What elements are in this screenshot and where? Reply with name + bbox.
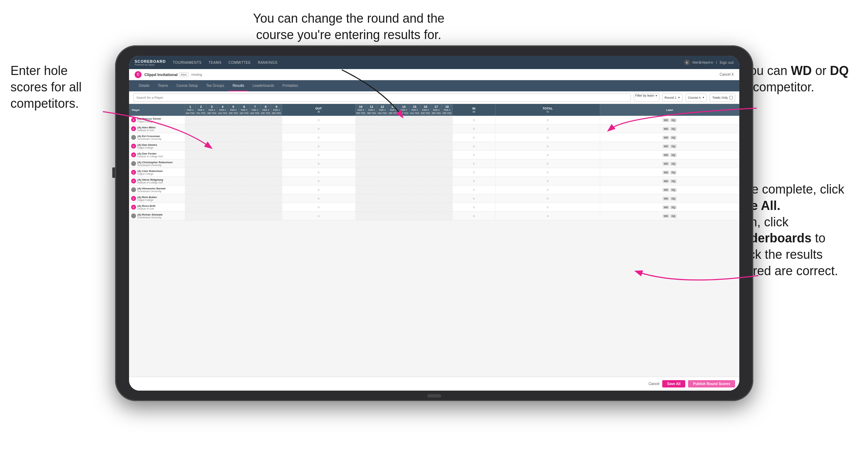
score-hole-8[interactable] [260, 142, 271, 151]
score-hole-4[interactable] [217, 203, 228, 212]
score-hole-5[interactable] [228, 125, 239, 133]
score-hole-4[interactable] [217, 212, 228, 220]
score-hole-13[interactable] [388, 177, 399, 186]
score-hole-12[interactable] [377, 186, 388, 194]
score-hole-9[interactable] [271, 194, 282, 203]
score-hole-3[interactable] [206, 203, 217, 212]
score-hole-13[interactable] [388, 142, 399, 151]
score-hole-13[interactable] [388, 194, 399, 203]
wd-button[interactable]: WD [663, 179, 670, 183]
score-hole-15[interactable] [409, 168, 420, 177]
score-hole-4[interactable] [217, 151, 228, 159]
score-hole-4[interactable] [217, 142, 228, 151]
score-hole-1[interactable] [185, 151, 196, 159]
score-hole-3[interactable] [206, 194, 217, 203]
score-hole-7[interactable] [249, 168, 260, 177]
score-hole-7[interactable] [249, 125, 260, 133]
score-hole-6[interactable] [239, 116, 250, 125]
wd-button[interactable]: WD [663, 153, 670, 157]
score-hole-5[interactable] [228, 151, 239, 159]
score-hole-6[interactable] [239, 133, 250, 142]
score-hole-15[interactable] [409, 177, 420, 186]
score-hole-7[interactable] [249, 133, 260, 142]
dq-button[interactable]: DQ [670, 197, 677, 201]
score-hole-5[interactable] [228, 203, 239, 212]
nav-rankings[interactable]: RANKINGS [258, 61, 277, 65]
score-hole-16[interactable] [420, 194, 431, 203]
score-hole-3[interactable] [206, 133, 217, 142]
score-hole-18[interactable] [441, 168, 452, 177]
score-hole-9[interactable] [271, 186, 282, 194]
score-hole-12[interactable] [377, 142, 388, 151]
score-hole-9[interactable] [271, 142, 282, 151]
score-hole-13[interactable] [388, 159, 399, 168]
score-hole-11[interactable] [366, 203, 377, 212]
score-hole-16[interactable] [420, 133, 431, 142]
score-hole-14[interactable] [399, 116, 409, 125]
score-hole-13[interactable] [388, 212, 399, 220]
score-hole-10[interactable] [355, 203, 366, 212]
score-hole-7[interactable] [249, 116, 260, 125]
score-hole-10[interactable] [355, 142, 366, 151]
score-hole-12[interactable] [377, 168, 388, 177]
score-hole-17[interactable] [431, 194, 441, 203]
score-hole-17[interactable] [431, 168, 441, 177]
dq-button[interactable]: DQ [670, 188, 677, 192]
score-hole-12[interactable] [377, 133, 388, 142]
score-hole-18[interactable] [441, 159, 452, 168]
score-hole-17[interactable] [431, 151, 441, 159]
score-hole-10[interactable] [355, 159, 366, 168]
score-hole-8[interactable] [260, 203, 271, 212]
score-hole-1[interactable] [185, 212, 196, 220]
score-hole-11[interactable] [366, 212, 377, 220]
score-hole-5[interactable] [228, 186, 239, 194]
score-hole-8[interactable] [260, 212, 271, 220]
score-hole-2[interactable] [196, 177, 206, 186]
score-hole-5[interactable] [228, 194, 239, 203]
score-hole-4[interactable] [217, 133, 228, 142]
score-hole-9[interactable] [271, 116, 282, 125]
score-hole-7[interactable] [249, 177, 260, 186]
score-hole-7[interactable] [249, 159, 260, 168]
dq-button[interactable]: DQ [670, 144, 677, 148]
filter-team-select[interactable]: Filter by team ▼ [634, 93, 659, 102]
score-hole-6[interactable] [239, 159, 250, 168]
score-hole-18[interactable] [441, 142, 452, 151]
score-hole-6[interactable] [239, 186, 250, 194]
score-hole-1[interactable] [185, 177, 196, 186]
score-hole-15[interactable] [409, 116, 420, 125]
score-hole-4[interactable] [217, 159, 228, 168]
score-hole-16[interactable] [420, 159, 431, 168]
score-hole-11[interactable] [366, 186, 377, 194]
score-hole-3[interactable] [206, 125, 217, 133]
score-hole-6[interactable] [239, 125, 250, 133]
dq-button[interactable]: DQ [670, 205, 677, 209]
score-hole-5[interactable] [228, 142, 239, 151]
score-hole-18[interactable] [441, 116, 452, 125]
score-hole-7[interactable] [249, 186, 260, 194]
score-hole-6[interactable] [239, 194, 250, 203]
score-hole-6[interactable] [239, 151, 250, 159]
dq-button[interactable]: DQ [670, 127, 677, 131]
score-hole-12[interactable] [377, 151, 388, 159]
score-hole-14[interactable] [399, 151, 409, 159]
score-hole-8[interactable] [260, 186, 271, 194]
score-hole-8[interactable] [260, 177, 271, 186]
score-hole-3[interactable] [206, 177, 217, 186]
dq-button[interactable]: DQ [670, 171, 677, 174]
score-hole-2[interactable] [196, 159, 206, 168]
score-hole-16[interactable] [420, 177, 431, 186]
score-hole-18[interactable] [441, 125, 452, 133]
dq-button[interactable]: DQ [670, 118, 677, 122]
score-hole-2[interactable] [196, 116, 206, 125]
tab-teams[interactable]: Teams [154, 80, 172, 91]
course-select[interactable]: Course A ▼ [686, 93, 707, 102]
score-hole-16[interactable] [420, 151, 431, 159]
round-select[interactable]: Round 1 ▼ [662, 93, 683, 102]
score-hole-15[interactable] [409, 125, 420, 133]
score-hole-10[interactable] [355, 133, 366, 142]
score-hole-18[interactable] [441, 177, 452, 186]
score-hole-1[interactable] [185, 194, 196, 203]
score-hole-8[interactable] [260, 133, 271, 142]
score-hole-14[interactable] [399, 168, 409, 177]
